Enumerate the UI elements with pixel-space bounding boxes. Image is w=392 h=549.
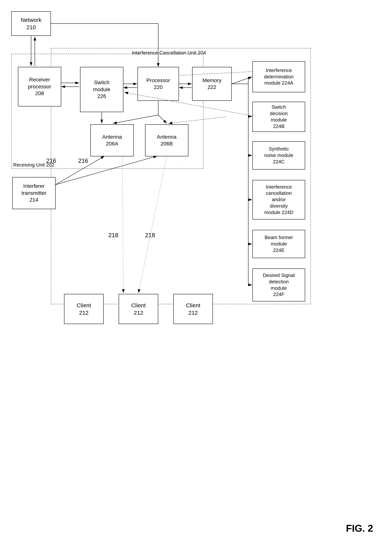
signal-216b-label: 216 <box>78 157 88 164</box>
interferer-box: Interferertransmitter214 <box>12 177 56 209</box>
processor-box: Processor220 <box>138 67 179 101</box>
signal-216a-label: 216 <box>46 157 56 164</box>
client3-label: Client212 <box>186 302 200 316</box>
diagram: Interference Cancellation Unit 204 Recei… <box>0 0 392 549</box>
receiver-processor-box: Receiverprocessor208 <box>18 67 61 106</box>
beam-former-box: Beam formermodule224E <box>252 230 305 258</box>
interference-cancel-label: Interferencecancellationand/ordiversitym… <box>264 184 294 216</box>
desired-signal-label: Desired Signaldetectionmodule224F <box>263 272 295 298</box>
interference-cancel-box: Interferencecancellationand/ordiversitym… <box>252 180 305 219</box>
signal-218b-label: 218 <box>145 232 155 239</box>
figure-label: FIG. 2 <box>346 523 373 534</box>
client1-box: Client212 <box>64 294 104 324</box>
synthetic-noise-box: Syntheticnoise module224C <box>252 141 305 169</box>
antenna-a-label: Antenna206A <box>102 134 122 147</box>
memory-box: Memory222 <box>192 67 232 101</box>
switch-decision-box: Switchdecisionmodule224B <box>252 102 305 132</box>
signal-218a-label: 218 <box>108 232 118 239</box>
switch-module-box: Switchmodule226 <box>80 67 123 112</box>
receiver-processor-label: Receiverprocessor208 <box>28 76 51 97</box>
beam-former-label: Beam formermodule224E <box>265 234 293 253</box>
synthetic-noise-label: Syntheticnoise module224C <box>264 146 294 165</box>
client1-label: Client212 <box>77 302 91 316</box>
processor-label: Processor220 <box>146 77 170 91</box>
interference-det-label: Interferencedeterminationmodule 224A <box>264 67 294 86</box>
client2-label: Client212 <box>131 302 146 316</box>
network-box: Network210 <box>11 11 51 36</box>
switch-decision-label: Switchdecisionmodule224B <box>270 104 288 129</box>
memory-label: Memory222 <box>202 77 221 91</box>
client3-box: Client212 <box>173 294 213 324</box>
interference-det-box: Interferencedeterminationmodule 224A <box>252 61 305 92</box>
interferer-label: Interferertransmitter214 <box>21 183 46 203</box>
client2-box: Client212 <box>119 294 158 324</box>
antenna-b-box: Antenna206B <box>145 124 188 156</box>
antenna-a-box: Antenna206A <box>91 124 134 156</box>
network-label: Network210 <box>21 16 42 31</box>
antenna-b-label: Antenna206B <box>157 134 176 147</box>
desired-signal-box: Desired Signaldetectionmodule224F <box>252 268 305 302</box>
switch-module-label: Switchmodule226 <box>93 79 110 100</box>
